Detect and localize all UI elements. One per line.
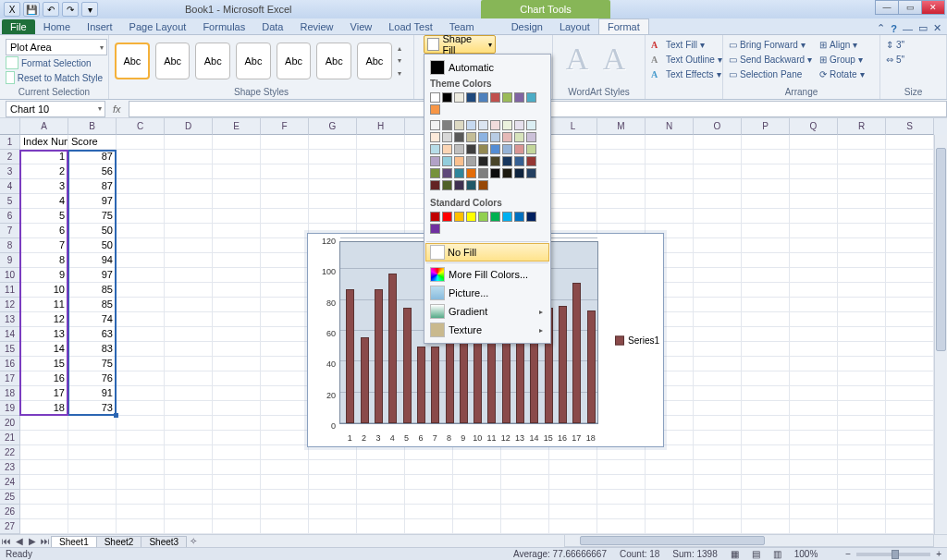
row-header[interactable]: 3 [0, 164, 20, 179]
cell[interactable] [742, 312, 790, 327]
row-header[interactable]: 13 [0, 312, 20, 327]
row-header[interactable]: 10 [0, 268, 20, 283]
cell[interactable] [261, 505, 309, 519]
row-header[interactable]: 6 [0, 209, 20, 224]
cell[interactable] [694, 519, 742, 534]
cell[interactable] [790, 357, 838, 371]
column-header[interactable]: R [838, 118, 886, 135]
row-header[interactable]: 23 [0, 460, 20, 475]
cell[interactable]: 2 [20, 164, 68, 179]
fill-automatic[interactable]: Automatic [426, 58, 548, 77]
cell[interactable] [694, 253, 742, 268]
cell[interactable] [646, 194, 694, 209]
cell[interactable]: 85 [68, 283, 117, 298]
cell[interactable] [790, 490, 838, 505]
zoom-out-icon[interactable]: − [845, 549, 851, 559]
cell[interactable] [838, 519, 886, 534]
chart-bar[interactable] [361, 337, 369, 423]
workbook-close-icon[interactable]: ✕ [933, 22, 941, 34]
cell[interactable] [838, 268, 886, 283]
cell[interactable] [20, 416, 68, 431]
cell[interactable]: 12 [20, 312, 68, 327]
color-swatch[interactable] [490, 156, 500, 166]
cell[interactable] [213, 238, 261, 253]
cell[interactable] [838, 431, 886, 445]
cell[interactable] [838, 194, 886, 209]
cell[interactable] [213, 253, 261, 268]
cell[interactable] [213, 135, 261, 150]
cell[interactable] [694, 164, 742, 179]
cell[interactable] [165, 253, 213, 268]
cell[interactable] [742, 431, 790, 445]
cell[interactable] [790, 371, 838, 386]
color-swatch[interactable] [490, 120, 500, 130]
wordart-preview-1[interactable]: A [559, 39, 596, 79]
cell[interactable] [886, 371, 934, 386]
column-header[interactable]: S [886, 118, 934, 135]
cell[interactable] [790, 401, 838, 416]
color-swatch[interactable] [526, 168, 536, 178]
cell[interactable] [165, 416, 213, 431]
cell[interactable] [213, 431, 261, 445]
cell[interactable] [694, 475, 742, 490]
cell[interactable] [213, 386, 261, 401]
column-header[interactable]: L [549, 118, 597, 135]
select-all-corner[interactable] [0, 118, 20, 135]
cell[interactable] [261, 327, 309, 342]
cell[interactable] [68, 460, 117, 475]
cell[interactable] [453, 460, 501, 475]
cell[interactable] [742, 475, 790, 490]
cell[interactable]: 15 [20, 357, 68, 371]
chart-bar[interactable] [572, 283, 581, 423]
cell[interactable] [357, 519, 405, 534]
cell[interactable] [213, 357, 261, 371]
cell[interactable] [261, 416, 309, 431]
cell[interactable] [838, 460, 886, 475]
shape-styles-gallery[interactable]: Abc Abc Abc Abc Abc Abc Abc ▴ ▾ ▾ [115, 39, 408, 79]
cell[interactable] [165, 401, 213, 416]
cell[interactable] [886, 164, 934, 179]
fill-more-colors[interactable]: More Fill Colors... [426, 265, 548, 284]
cell[interactable]: 97 [68, 194, 117, 209]
color-swatch[interactable] [490, 212, 500, 222]
row-header[interactable]: 14 [0, 327, 20, 342]
cell[interactable] [742, 327, 790, 342]
cell[interactable] [165, 357, 213, 371]
tab-layout[interactable]: Layout [551, 19, 598, 34]
cell[interactable] [549, 194, 597, 209]
column-header[interactable]: A [20, 118, 68, 135]
color-swatch[interactable] [466, 156, 476, 166]
cell[interactable] [405, 460, 453, 475]
sheet-nav-prev[interactable]: ◀ [13, 536, 26, 546]
cell[interactable] [501, 490, 549, 505]
color-swatch[interactable] [442, 212, 452, 222]
cell[interactable]: 87 [68, 150, 117, 164]
cell[interactable] [453, 519, 501, 534]
cell[interactable] [790, 164, 838, 179]
qat-customize-icon[interactable]: ▾ [81, 2, 98, 17]
cell[interactable] [742, 490, 790, 505]
cell[interactable] [165, 445, 213, 460]
cell[interactable] [165, 505, 213, 519]
color-swatch[interactable] [442, 144, 452, 154]
cell[interactable] [213, 445, 261, 460]
color-swatch[interactable] [514, 212, 524, 222]
cell[interactable]: 83 [68, 342, 117, 357]
cell[interactable] [597, 150, 646, 164]
cell[interactable] [261, 209, 309, 224]
color-swatch[interactable] [442, 92, 452, 103]
tab-home[interactable]: Home [35, 19, 79, 34]
cell[interactable] [838, 371, 886, 386]
cell[interactable] [165, 342, 213, 357]
cell[interactable] [117, 505, 165, 519]
cell[interactable] [501, 505, 549, 519]
cell[interactable] [309, 505, 357, 519]
cell[interactable] [694, 224, 742, 238]
cell[interactable] [790, 431, 838, 445]
cell[interactable] [597, 475, 646, 490]
cell[interactable]: 74 [68, 312, 117, 327]
fx-icon[interactable]: fx [105, 103, 129, 115]
cell[interactable]: 7 [20, 238, 68, 253]
zoom-in-icon[interactable]: + [936, 549, 941, 559]
cell[interactable] [309, 179, 357, 194]
